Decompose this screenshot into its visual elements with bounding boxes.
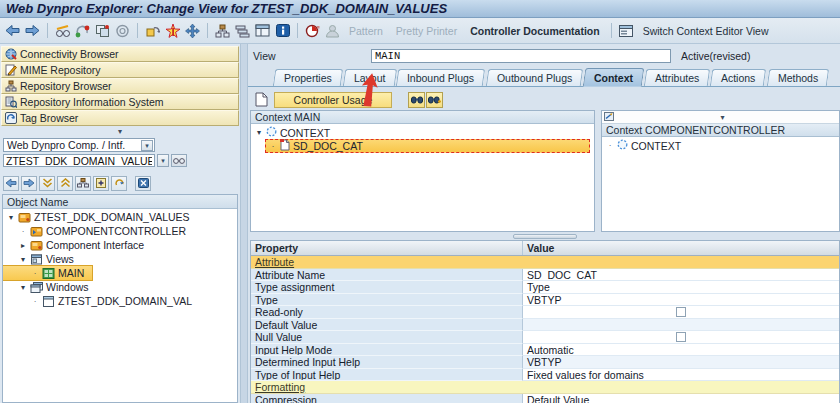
property-value[interactable]: Type (523, 281, 839, 294)
expander-icon[interactable]: ▾ (19, 283, 27, 292)
property-value[interactable] (523, 319, 839, 332)
tab-inbound-plugs[interactable]: Inbound Plugs (396, 69, 486, 86)
sort-levels-icon[interactable] (234, 22, 251, 39)
controller-documentation-button[interactable]: Controller Documentation (465, 24, 605, 38)
create-icon[interactable] (164, 22, 181, 39)
sidebar-item-label: Connectivity Browser (20, 48, 119, 60)
attribute-icon (280, 139, 290, 153)
where-used-icon[interactable] (144, 22, 161, 39)
expander-icon[interactable]: ▸ (19, 241, 27, 250)
null-value-checkbox[interactable] (676, 332, 686, 342)
chevron-down-icon[interactable]: ▾ (141, 140, 153, 151)
display-change-icon[interactable] (54, 22, 71, 39)
context-main-panel: Context MAIN ▾ CONTEXT · SD_DOC_CAT (250, 110, 595, 232)
expander-icon[interactable]: ▾ (7, 213, 15, 222)
tab-actions[interactable]: Actions (710, 69, 767, 86)
table-row: Default Value (251, 319, 839, 332)
view-name-input[interactable] (371, 49, 671, 63)
object-type-value: Web Dynpro Comp. / Intf. (7, 139, 125, 151)
sidebar-item-connectivity-browser[interactable]: Connectivity Browser (1, 46, 239, 62)
table-row: Read-only (251, 306, 839, 319)
display-hierarchy-icon[interactable] (75, 176, 91, 191)
section-link-attribute[interactable]: Attribute (251, 256, 839, 268)
expand-subtree-icon[interactable] (39, 176, 55, 191)
tree-back-icon[interactable] (3, 176, 19, 191)
main-toolbar: Pattern Pretty Printer Controller Docume… (0, 18, 840, 44)
context-attribute-sd-doc-cat[interactable]: · SD_DOC_CAT (265, 139, 590, 153)
sidebar-item-label: Repository Information System (20, 96, 164, 108)
switch-context-editor-button[interactable]: Switch Context Editor View (638, 24, 774, 38)
context-toolbar: Controller Usage (250, 89, 840, 110)
table-header-row: Property Value (251, 241, 839, 256)
controller-usage-button[interactable]: Controller Usage (274, 92, 392, 108)
help-icon[interactable] (274, 22, 291, 39)
tab-methods[interactable]: Methods (767, 69, 830, 86)
table-row: Type assignment Type (251, 281, 839, 294)
table-row: Null Value (251, 331, 839, 344)
tab-layout[interactable]: Layout (343, 69, 397, 86)
property-value[interactable]: VBTYP (523, 294, 839, 307)
tree-item-label: MAIN (58, 267, 84, 279)
toolbar-separator (611, 23, 612, 38)
property-value[interactable]: Fixed values for domains (523, 369, 839, 382)
object-type-select[interactable]: Web Dynpro Comp. / Intf. ▾ (3, 138, 155, 152)
forward-icon[interactable] (24, 22, 41, 39)
create-node-icon[interactable] (252, 91, 270, 108)
property-value[interactable]: Automatic (523, 344, 839, 357)
tree-item-component-root[interactable]: ▾ ZTEST_DDK_DOMAIN_VALUES (3, 210, 237, 224)
collapse-subtree-icon[interactable] (57, 176, 73, 191)
property-label: Input Help Mode (251, 344, 523, 357)
hierarchy-icon[interactable] (214, 22, 231, 39)
sidebar-item-repository-browser[interactable]: Repository Browser (1, 78, 239, 94)
tree-item-windows[interactable]: ▾ Windows (3, 280, 237, 294)
tab-outbound-plugs[interactable]: Outbound Plugs (485, 69, 583, 86)
horizontal-splitter[interactable] (250, 232, 840, 240)
context-root-node[interactable]: ▾ CONTEXT (251, 126, 594, 139)
property-value[interactable]: SD_DOC_CAT (523, 269, 839, 282)
leaf-bullet: · (31, 297, 39, 306)
display-object-button[interactable] (171, 154, 187, 167)
chevron-down-icon[interactable]: ▾ (721, 113, 725, 122)
section-link-formatting[interactable]: Formatting (251, 381, 839, 393)
find-next-icon[interactable] (426, 92, 443, 108)
tree-item-label: Views (46, 253, 74, 265)
tree-item-componentcontroller[interactable]: · COMPONENTCONTROLLER (3, 224, 237, 238)
tab-attributes[interactable]: Attributes (644, 69, 711, 86)
add-object-icon[interactable] (93, 176, 109, 191)
sidebar-item-tag-browser[interactable]: Tag Browser (1, 110, 239, 126)
tree-item-component-interface[interactable]: ▸ Component Interface (3, 238, 237, 252)
context-node-icon (617, 139, 628, 152)
back-icon[interactable] (4, 22, 21, 39)
table-view-icon[interactable] (254, 22, 271, 39)
tree-item-main[interactable]: · MAIN (3, 266, 92, 280)
pattern-button: Pattern (344, 24, 388, 38)
read-only-checkbox[interactable] (676, 307, 686, 317)
refresh-tree-icon[interactable] (111, 176, 127, 191)
tree-item-window-ztest[interactable]: · ZTEST_DDK_DOMAIN_VAL (3, 294, 237, 308)
object-name-input[interactable] (3, 154, 155, 167)
find-icon[interactable] (408, 92, 425, 108)
tab-context[interactable]: Context (583, 68, 645, 87)
property-value[interactable]: Default Value (523, 394, 839, 403)
tree-item-views[interactable]: ▾ Views (3, 252, 237, 266)
sidebar-item-mime-repository[interactable]: MIME Repository (1, 62, 239, 78)
activate-icon[interactable] (114, 22, 131, 39)
navigate-icon[interactable] (184, 22, 201, 39)
copy-object-icon[interactable] (94, 22, 111, 39)
property-value[interactable]: VBTYP (523, 356, 839, 369)
toolbar-separator (297, 23, 298, 38)
expander-icon[interactable]: ▾ (255, 128, 263, 137)
tree-forward-icon[interactable] (21, 176, 37, 191)
splitter-grip[interactable] (513, 234, 577, 239)
refresh-object-icon[interactable] (74, 22, 91, 39)
sidebar-splitter[interactable] (240, 44, 248, 403)
object-name-history-icon[interactable]: ▾ (157, 154, 169, 167)
expander-icon[interactable]: ▾ (19, 255, 27, 264)
performance-icon[interactable] (304, 22, 321, 39)
controller-context-root-node[interactable]: · CONTEXT (602, 139, 839, 152)
sidebar-item-repository-information-system[interactable]: Repository Information System (1, 94, 239, 110)
sidebar-collapse-handle[interactable]: ▾ (1, 126, 239, 137)
close-tree-icon[interactable] (135, 176, 151, 191)
property-label: Attribute Name (251, 269, 523, 282)
tab-properties[interactable]: Properties (273, 69, 343, 86)
